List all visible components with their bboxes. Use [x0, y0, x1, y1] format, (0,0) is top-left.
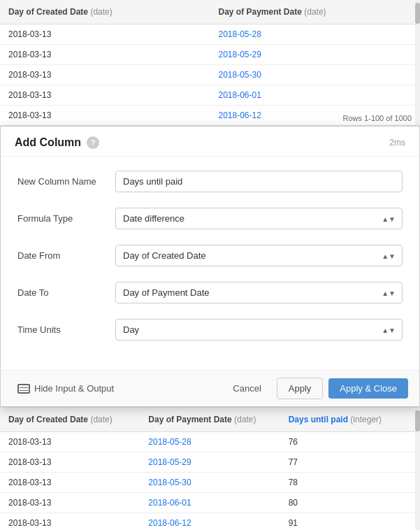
hide-input-output-button[interactable]: Hide Input & Output: [12, 379, 120, 398]
date-to-wrapper: Day of Created Date Day of Payment Date …: [115, 282, 403, 303]
form-row-date-from: Date From Day of Created Date Day of Pay…: [17, 245, 403, 266]
form-row-time-units: Time Units Day Hour Minute Month Year ▲▼: [17, 319, 403, 341]
formula-type-wrapper: Date difference Sum Count Average ▲▼: [115, 208, 403, 229]
time-units-wrapper: Day Hour Minute Month Year ▲▼: [115, 319, 403, 341]
cell: 2018-03-13: [0, 68, 210, 82]
cell: 2018-03-13: [0, 475, 140, 489]
cell: 91: [280, 516, 420, 530]
bottom-col-header-1: Day of Created Date (date): [0, 412, 140, 427]
cell: 2018-03-13: [0, 516, 140, 530]
top-table-header: Day of Created Date (date) Day of Paymen…: [0, 0, 420, 24]
form-row-formula-type: Formula Type Date difference Sum Count A…: [17, 208, 403, 229]
cell: 78: [280, 475, 420, 489]
new-column-name-input[interactable]: [115, 171, 403, 192]
cell: 76: [280, 435, 420, 449]
table-row: 2018-03-13 2018-05-28 76: [0, 432, 420, 452]
label-new-column-name: New Column Name: [17, 176, 115, 187]
scrollbar[interactable]: [415, 0, 420, 125]
date-from-select[interactable]: Day of Created Date Day of Payment Date: [115, 245, 403, 266]
apply-button[interactable]: Apply: [277, 378, 324, 399]
top-table: Day of Created Date (date) Day of Paymen…: [0, 0, 420, 126]
table-row: 2018-03-13 2018-05-29 77: [0, 452, 420, 473]
bottom-col-header-3: Days until paid (integer): [280, 412, 420, 427]
cell: 2018-05-28: [140, 435, 280, 449]
cell: 2018-03-13: [0, 435, 140, 449]
top-col-header-1: Day of Created Date (date): [0, 4, 210, 20]
modal-header: Add Column ? 2ms: [1, 127, 419, 157]
bottom-col-header-2: Day of Payment Date (date): [140, 412, 280, 427]
hide-input-output-label: Hide Input & Output: [34, 383, 114, 394]
scrollbar[interactable]: [415, 408, 420, 530]
cell: 2018-05-28: [210, 27, 421, 41]
cell: 80: [280, 496, 420, 510]
cell: 2018-03-13: [0, 455, 140, 469]
cell: 2018-03-13: [0, 48, 210, 62]
cell: 2018-05-29: [210, 48, 421, 62]
cell: 2018-05-30: [140, 475, 280, 489]
date-from-wrapper: Day of Created Date Day of Payment Date …: [115, 245, 403, 266]
table-row: 2018-03-13 2018-06-01 80: [0, 493, 420, 513]
add-column-modal: Add Column ? 2ms New Column Name Formula…: [0, 126, 420, 407]
cell: 2018-03-13: [0, 88, 210, 102]
table-row: 2018-03-13 2018-05-30: [0, 65, 420, 85]
cell: 77: [280, 455, 420, 469]
cell: 2018-06-01: [140, 496, 280, 510]
label-formula-type: Formula Type: [17, 213, 115, 224]
rows-info: Rows 1-100 of 1000: [340, 113, 414, 124]
bottom-table-header: Day of Created Date (date) Day of Paymen…: [0, 408, 420, 432]
cell: 2018-03-13: [0, 27, 210, 41]
time-units-select[interactable]: Day Hour Minute Month Year: [115, 319, 403, 341]
label-date-from: Date From: [17, 250, 115, 261]
cell: 2018-06-01: [210, 88, 421, 102]
cell: 2018-05-30: [210, 68, 421, 82]
form-body: New Column Name Formula Type Date differ…: [1, 157, 419, 370]
cancel-button[interactable]: Cancel: [223, 378, 270, 399]
form-row-date-to: Date To Day of Created Date Day of Payme…: [17, 282, 403, 303]
table-row: 2018-03-13 2018-05-28: [0, 24, 420, 45]
cell: 2018-03-13: [0, 108, 210, 122]
table-row: 2018-03-13 2018-05-29: [0, 45, 420, 65]
table-row: 2018-03-13 2018-06-01: [0, 85, 420, 106]
table-row: 2018-03-13 2018-05-30 78: [0, 473, 420, 493]
label-date-to: Date To: [17, 287, 115, 298]
cell: 2018-05-29: [140, 455, 280, 469]
date-to-select[interactable]: Day of Created Date Day of Payment Date: [115, 282, 403, 303]
help-icon[interactable]: ?: [87, 136, 99, 149]
modal-footer: Hide Input & Output Cancel Apply Apply &…: [1, 370, 419, 406]
apply-close-button[interactable]: Apply & Close: [328, 378, 408, 399]
timing-badge: 2ms: [389, 138, 405, 148]
modal-title: Add Column: [15, 136, 81, 149]
form-row-column-name: New Column Name: [17, 171, 403, 192]
modal-title-row: Add Column ?: [15, 136, 99, 149]
table-row: 2018-03-13 2018-06-12 91: [0, 513, 420, 530]
cell: 2018-06-12: [140, 516, 280, 530]
formula-type-select[interactable]: Date difference Sum Count Average: [115, 208, 403, 229]
cell: 2018-03-13: [0, 496, 140, 510]
bottom-table: Day of Created Date (date) Day of Paymen…: [0, 407, 420, 530]
label-time-units: Time Units: [17, 324, 115, 335]
top-col-header-2: Day of Payment Date (date): [210, 4, 421, 20]
